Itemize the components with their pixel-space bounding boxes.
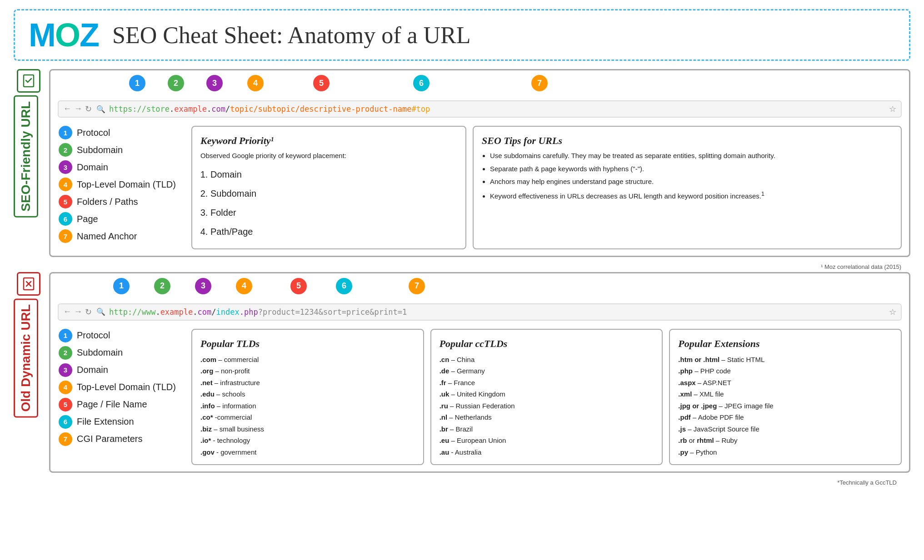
url-nav-buttons: ← → ↻ — [63, 104, 92, 114]
seo-part-2: 2Subdomain — [58, 143, 185, 157]
refresh-icon: ↻ — [85, 104, 92, 114]
seo-section-label: SEO-Friendly URL — [14, 95, 38, 218]
dynamic-info-boxes: Popular TLDs .com – commercial .org – no… — [191, 329, 902, 466]
page-header: MOZ SEO Cheat Sheet: Anatomy of a URL — [14, 9, 910, 61]
circle-2-seo: 2 — [168, 75, 184, 91]
circle-6-seo: 6 — [413, 75, 430, 91]
circle-1-seo: 1 — [129, 75, 145, 91]
back-icon-dyn: ← — [63, 307, 71, 317]
dyn-part-5: 5Page / File Name — [58, 398, 185, 411]
page-title: SEO Cheat Sheet: Anatomy of a URL — [112, 22, 471, 49]
search-icon-dyn: 🔍 — [96, 307, 105, 316]
dynamic-content-box: 1 2 3 4 5 6 7 ← → ↻ 🔍 http://www.example… — [49, 272, 910, 473]
keyword-priority-list: Domain Subdomain Folder Path/Page — [210, 166, 457, 240]
page-footnote: *Technically a GccTLD — [14, 479, 910, 486]
refresh-icon-dyn: ↻ — [85, 307, 92, 317]
seo-tips-box: SEO Tips for URLs Use subdomains careful… — [473, 126, 902, 249]
seo-parts-list: 1Protocol 2Subdomain 3Domain 4Top-Level … — [58, 126, 185, 249]
tip-2: Separate path & page keywords with hyphe… — [490, 164, 893, 174]
seo-part-1: 1Protocol — [58, 126, 185, 139]
tip-4: Keyword effectiveness in URLs decreases … — [490, 190, 893, 202]
seo-url-text: https://store.example.com/topic/subtopic… — [109, 104, 889, 114]
dynamic-side-col: Old Dynamic URL — [14, 272, 44, 473]
circle-1-dyn: 1 — [113, 278, 130, 294]
circle-3-dyn: 3 — [195, 278, 211, 294]
dynamic-body: 1Protocol 2Subdomain 3Domain 4Top-Level … — [50, 324, 909, 472]
seo-part-7: 7Named Anchor — [58, 229, 185, 243]
seo-part-5: 5Folders / Paths — [58, 195, 185, 208]
url-https: https:// — [109, 104, 146, 114]
keyword-priority-title: Keyword Priority¹ — [200, 133, 457, 148]
circle-5-seo: 5 — [313, 75, 330, 91]
dynamic-url-text: http://www.example.com/index.php?product… — [109, 307, 889, 317]
forward-icon: → — [74, 104, 82, 114]
url-example-dyn: example — [160, 307, 193, 317]
dynamic-section: Old Dynamic URL 1 2 3 4 5 6 7 ← → ↻ 🔍 ht… — [14, 272, 910, 473]
popular-extensions-title: Popular Extensions — [678, 336, 893, 351]
dyn-part-3: 3Domain — [58, 363, 185, 377]
url-params: ?product=1234&sort=price&print=1 — [258, 307, 407, 317]
url-index: index — [216, 307, 240, 317]
popular-cctlds-title: Popular ccTLDs — [440, 336, 654, 351]
circle-2-dyn: 2 — [154, 278, 170, 294]
circle-7-dyn: 7 — [409, 278, 425, 294]
url-php-ext: .php — [240, 307, 258, 317]
kp-item-3: Folder — [210, 204, 457, 221]
seo-url-bar: ← → ↻ 🔍 https://store.example.com/topic/… — [58, 100, 902, 118]
kp-item-1: Domain — [210, 166, 457, 183]
tip-3: Anchors may help engines understand page… — [490, 177, 893, 187]
dynamic-browser-icon — [17, 272, 40, 296]
seo-info-boxes: Keyword Priority¹ Observed Google priori… — [191, 126, 902, 249]
circle-4-seo: 4 — [247, 75, 264, 91]
url-anchor: #top — [411, 104, 430, 114]
circle-3-seo: 3 — [206, 75, 223, 91]
popular-cctlds-box: Popular ccTLDs .cn – China .de – Germany… — [430, 329, 663, 466]
circle-5-dyn: 5 — [290, 278, 307, 294]
bookmark-icon: ☆ — [889, 104, 896, 114]
footnote-1: ¹ Moz correlational data (2015) — [14, 263, 910, 270]
dynamic-circles-row: 1 2 3 4 5 6 7 — [58, 276, 902, 300]
keyword-priority-subtitle: Observed Google priority of keyword plac… — [200, 151, 457, 161]
url-com-dyn: com — [198, 307, 212, 317]
seo-body: 1Protocol 2Subdomain 3Domain 4Top-Level … — [50, 121, 909, 256]
popular-extensions-box: Popular Extensions .htm or .html – Stati… — [669, 329, 902, 466]
url-com: com — [211, 104, 225, 114]
seo-content-box: 1 2 3 4 5 6 7 ← → ↻ 🔍 https://store.exam… — [49, 69, 910, 257]
kp-item-2: Subdomain — [210, 185, 457, 202]
forward-icon-dyn: → — [74, 307, 82, 317]
url-store: store — [146, 104, 170, 114]
popular-tlds-title: Popular TLDs — [200, 336, 415, 351]
seo-part-6: 6Page — [58, 212, 185, 226]
back-icon: ← — [63, 104, 71, 114]
kp-item-4: Path/Page — [210, 223, 457, 240]
seo-part-3: 3Domain — [58, 160, 185, 174]
seo-browser-icon — [17, 69, 40, 93]
dynamic-section-label: Old Dynamic URL — [14, 298, 38, 417]
circle-4-dyn: 4 — [236, 278, 252, 294]
dyn-part-4: 4Top-Level Domain (TLD) — [58, 381, 185, 394]
bookmark-icon-dyn: ☆ — [889, 307, 896, 317]
extensions-list: .htm or .html – Static HTML .php – PHP c… — [678, 354, 893, 458]
moz-logo: MOZ — [29, 19, 99, 51]
tip-1: Use subdomains carefully. They may be tr… — [490, 151, 893, 161]
search-icon: 🔍 — [96, 105, 105, 114]
keyword-priority-box: Keyword Priority¹ Observed Google priori… — [191, 126, 466, 249]
seo-side-col: SEO-Friendly URL — [14, 69, 44, 257]
seo-section: SEO-Friendly URL 1 2 3 4 5 6 7 ← → ↻ 🔍 h… — [14, 69, 910, 257]
seo-part-4: 4Top-Level Domain (TLD) — [58, 178, 185, 191]
seo-circles-row: 1 2 3 4 5 6 7 — [58, 73, 902, 97]
dynamic-url-bar: ← → ↻ 🔍 http://www.example.com/index.php… — [58, 303, 902, 321]
circle-6-dyn: 6 — [336, 278, 352, 294]
url-www: www — [142, 307, 156, 317]
dyn-part-6: 6File Extension — [58, 415, 185, 429]
dyn-part-1: 1Protocol — [58, 329, 185, 342]
seo-tips-title: SEO Tips for URLs — [482, 133, 893, 148]
url-http: http:// — [109, 307, 142, 317]
cctlds-list: .cn – China .de – Germany .fr – France .… — [440, 354, 654, 458]
dynamic-url-nav: ← → ↻ — [63, 307, 92, 317]
dyn-part-2: 2Subdomain — [58, 346, 185, 360]
tlds-list: .com – commercial .org – non-profit .net… — [200, 354, 415, 458]
dyn-part-7: 7CGI Parameters — [58, 432, 185, 446]
circle-7-seo: 7 — [531, 75, 548, 91]
url-example: example — [174, 104, 207, 114]
